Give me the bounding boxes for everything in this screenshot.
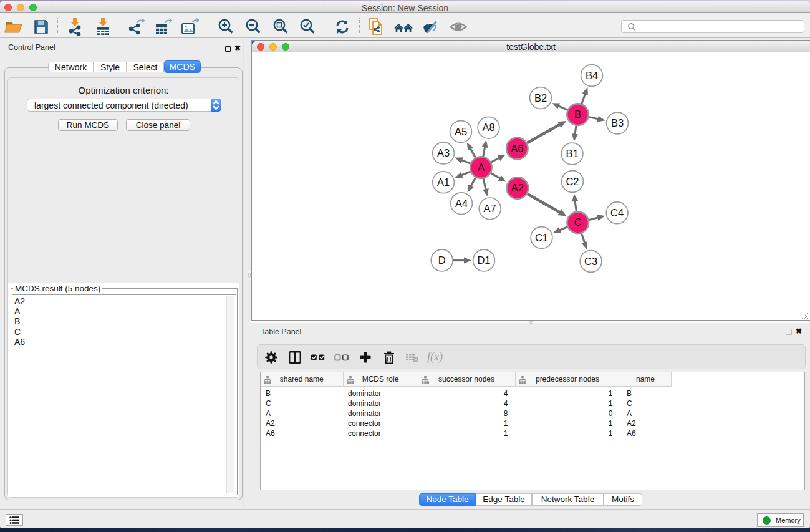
svg-text:D1: D1 — [477, 254, 490, 266]
svg-text:A3: A3 — [437, 147, 450, 158]
svg-text:C3: C3 — [584, 256, 597, 267]
svg-text:A: A — [478, 162, 485, 173]
svg-text:A6: A6 — [511, 143, 523, 154]
svg-text:B4: B4 — [586, 70, 598, 81]
svg-text:B1: B1 — [566, 148, 578, 159]
svg-text:D: D — [438, 254, 446, 266]
svg-text:C1: C1 — [535, 232, 548, 243]
svg-text:C2: C2 — [566, 176, 579, 187]
svg-text:B3: B3 — [611, 117, 624, 128]
svg-text:A8: A8 — [482, 122, 494, 133]
svg-text:B: B — [574, 109, 581, 120]
svg-text:C4: C4 — [610, 207, 624, 218]
svg-text:A7: A7 — [484, 203, 496, 214]
svg-text:A4: A4 — [455, 198, 468, 209]
svg-text:A5: A5 — [455, 126, 467, 137]
svg-text:A2: A2 — [511, 182, 524, 193]
svg-text:C: C — [574, 216, 582, 228]
svg-text:B2: B2 — [534, 92, 547, 104]
svg-text:A1: A1 — [437, 177, 450, 188]
